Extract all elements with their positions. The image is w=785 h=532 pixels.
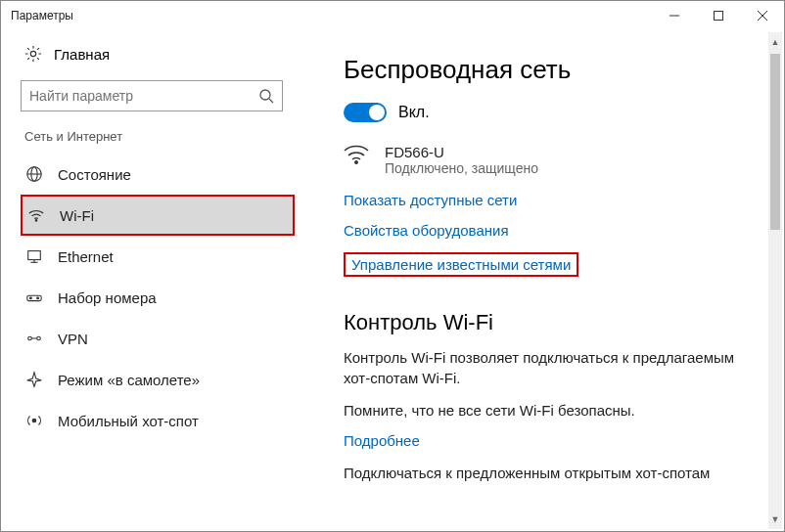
sidebar-item-label: Ethernet bbox=[58, 248, 114, 265]
network-row[interactable]: FD566-U Подключено, защищено bbox=[344, 144, 764, 176]
link-hardware-props[interactable]: Свойства оборудования bbox=[344, 222, 764, 239]
gear-icon bbox=[24, 45, 42, 63]
wifi-toggle[interactable] bbox=[344, 103, 387, 122]
sidebar-item-vpn[interactable]: VPN bbox=[21, 318, 295, 359]
close-button[interactable] bbox=[740, 1, 784, 30]
vpn-icon bbox=[24, 329, 44, 348]
category-label: Сеть и Интернет bbox=[21, 129, 304, 144]
sidebar-item-label: Wi-Fi bbox=[60, 207, 94, 224]
dialup-icon bbox=[24, 288, 44, 307]
link-more[interactable]: Подробнее bbox=[344, 432, 764, 449]
home-link[interactable]: Главная bbox=[21, 45, 304, 63]
wifi-sense-heading: Контроль Wi-Fi bbox=[344, 310, 764, 335]
toggle-label: Вкл. bbox=[398, 104, 430, 121]
network-name: FD566-U bbox=[385, 144, 538, 160]
svg-rect-11 bbox=[28, 251, 41, 260]
sidebar-item-label: Состояние bbox=[58, 166, 131, 183]
svg-point-21 bbox=[355, 161, 357, 163]
link-manage-known-highlight: Управление известными сетями bbox=[344, 252, 578, 277]
sidebar-item-label: Мобильный хот-спот bbox=[58, 413, 199, 429]
svg-rect-1 bbox=[714, 12, 722, 21]
window-controls bbox=[652, 1, 784, 30]
wifi-sense-desc: Контроль Wi-Fi позволяет подключаться к … bbox=[344, 347, 755, 388]
main-panel: Беспроводная сеть Вкл. FD566-U Подключен… bbox=[304, 30, 784, 531]
scroll-down-icon[interactable]: ▼ bbox=[768, 511, 782, 527]
svg-rect-14 bbox=[27, 295, 41, 300]
sidebar: Главная Сеть и Интернет Состояние Wi-Fi bbox=[1, 30, 304, 531]
svg-point-5 bbox=[260, 90, 270, 100]
svg-point-15 bbox=[30, 297, 32, 299]
sidebar-item-label: Набор номера bbox=[58, 289, 157, 306]
sidebar-item-ethernet[interactable]: Ethernet bbox=[21, 236, 295, 277]
sidebar-item-label: Режим «в самолете» bbox=[58, 372, 200, 388]
network-status: Подключено, защищено bbox=[385, 160, 538, 176]
sidebar-item-label: VPN bbox=[58, 331, 88, 347]
airplane-icon bbox=[24, 370, 44, 389]
globe-icon bbox=[24, 164, 44, 184]
maximize-button[interactable] bbox=[696, 1, 740, 30]
svg-point-18 bbox=[37, 336, 41, 340]
minimize-button[interactable] bbox=[652, 1, 696, 30]
svg-point-17 bbox=[28, 336, 32, 340]
sidebar-item-airplane[interactable]: Режим «в самолете» bbox=[21, 359, 295, 400]
scroll-up-icon[interactable]: ▲ bbox=[768, 34, 782, 50]
wifi-signal-icon bbox=[344, 144, 371, 176]
sidebar-item-wifi[interactable]: Wi-Fi bbox=[21, 195, 295, 236]
hotspot-icon bbox=[24, 411, 44, 430]
svg-point-16 bbox=[37, 297, 39, 299]
titlebar: Параметры bbox=[1, 1, 784, 30]
window-title: Параметры bbox=[11, 9, 652, 22]
sidebar-item-hotspot[interactable]: Мобильный хот-спот bbox=[21, 400, 295, 441]
ethernet-icon bbox=[24, 246, 44, 266]
scrollbar[interactable]: ▲ ▼ bbox=[768, 32, 782, 529]
scroll-thumb[interactable] bbox=[770, 54, 780, 230]
svg-line-6 bbox=[269, 99, 273, 103]
link-show-networks[interactable]: Показать доступные сети bbox=[344, 192, 764, 208]
sidebar-item-status[interactable]: Состояние bbox=[21, 154, 295, 195]
wifi-sense-connect: Подключаться к предложенным открытым хот… bbox=[344, 463, 755, 483]
search-icon bbox=[258, 88, 274, 104]
svg-point-10 bbox=[35, 220, 36, 221]
svg-point-20 bbox=[32, 419, 36, 422]
wifi-sense-note: Помните, что не все сети Wi-Fi безопасны… bbox=[344, 400, 755, 421]
link-manage-known[interactable]: Управление известными сетями bbox=[351, 256, 571, 273]
page-title: Беспроводная сеть bbox=[344, 55, 764, 85]
search-input[interactable] bbox=[29, 88, 258, 104]
svg-point-4 bbox=[30, 51, 35, 56]
wifi-icon bbox=[26, 205, 46, 225]
search-input-wrapper[interactable] bbox=[21, 80, 283, 111]
sidebar-item-dialup[interactable]: Набор номера bbox=[21, 277, 295, 318]
home-label: Главная bbox=[54, 46, 110, 63]
